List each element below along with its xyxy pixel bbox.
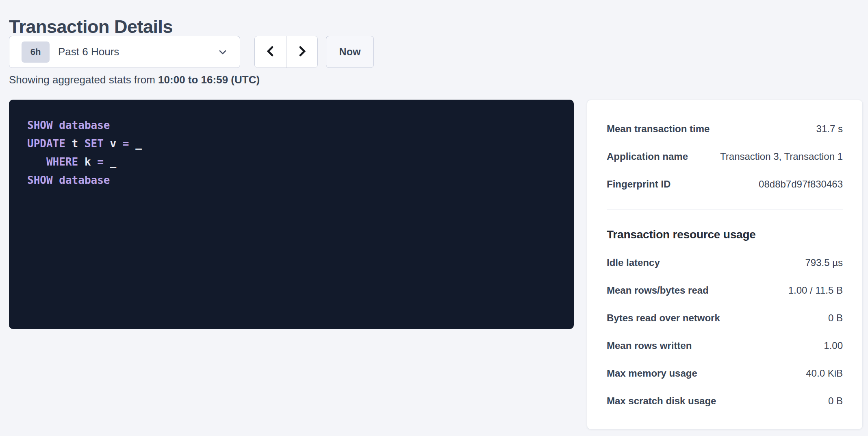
sql-token: t: [65, 137, 85, 150]
sql-token: SHOW: [27, 119, 53, 131]
summary-row: Fingerprint ID08d8b7d97f830463: [607, 170, 843, 198]
sql-line: SHOW database: [27, 171, 556, 190]
summary-row-value: 31.7 s: [816, 123, 843, 135]
sql-token: SET: [85, 137, 104, 150]
sql-line: SHOW database: [27, 116, 556, 135]
summary-row-value: 40.0 KiB: [806, 368, 843, 379]
sql-token: =: [97, 156, 104, 168]
sql-token: [27, 156, 46, 168]
resource-usage-rows: Idle latency793.5 µsMean rows/bytes read…: [607, 249, 843, 415]
transaction-summary-card: Mean transaction time31.7 sApplication n…: [587, 100, 863, 429]
time-range-label: Past 6 Hours: [58, 46, 217, 58]
transaction-sql-fingerprint-box: SHOW databaseUPDATE t SET v = _ WHERE k …: [9, 100, 574, 329]
now-button[interactable]: Now: [326, 36, 374, 68]
sql-token: [53, 119, 59, 131]
next-time-button[interactable]: [286, 36, 317, 68]
summary-row-label: Bytes read over network: [607, 312, 720, 324]
summary-row-label: Idle latency: [607, 257, 660, 268]
transaction-details-page: Transaction Details 6h Past 6 Hours: [0, 0, 868, 436]
summary-row: Mean rows written1.00: [607, 332, 843, 360]
time-nav-group: [254, 36, 318, 68]
chevron-down-icon: [217, 46, 228, 58]
summary-row-value: 1.00: [824, 340, 843, 351]
card-divider: [607, 209, 843, 209]
summary-row-value: 0 B: [828, 395, 843, 407]
sql-token: _: [104, 156, 116, 168]
prev-time-button[interactable]: [255, 36, 286, 68]
summary-row-value: 0 B: [828, 312, 843, 324]
summary-row: Mean transaction time31.7 s: [607, 115, 843, 143]
resource-usage-heading: Transaction resource usage: [607, 227, 843, 242]
summary-row-label: Fingerprint ID: [607, 179, 671, 190]
summary-row-label: Mean rows written: [607, 340, 692, 351]
sql-token: UPDATE: [27, 137, 65, 150]
sql-token: WHERE: [46, 156, 78, 168]
sql-line: UPDATE t SET v = _: [27, 135, 556, 153]
summary-row: Max scratch disk usage0 B: [607, 387, 843, 415]
chevron-right-icon: [296, 44, 308, 59]
summary-row: Bytes read over network0 B: [607, 304, 843, 332]
summary-row-label: Max memory usage: [607, 368, 697, 379]
sql-token: _: [129, 137, 141, 150]
summary-row: Application nameTransaction 3, Transacti…: [607, 143, 843, 170]
chevron-left-icon: [265, 44, 277, 59]
sql-token: v: [104, 137, 123, 150]
summary-top-rows: Mean transaction time31.7 sApplication n…: [607, 115, 843, 198]
summary-row: Idle latency793.5 µs: [607, 249, 843, 277]
summary-row-value: 793.5 µs: [805, 257, 843, 268]
summary-row: Mean rows/bytes read1.00 / 11.5 B: [607, 277, 843, 304]
summary-row-label: Mean transaction time: [607, 123, 710, 135]
summary-row-label: Max scratch disk usage: [607, 395, 716, 407]
summary-row-label: Mean rows/bytes read: [607, 285, 709, 296]
aggregation-range-text: Showing aggregated stats from 10:00 to 1…: [9, 74, 260, 86]
sql-token: database: [59, 174, 110, 186]
page-title: Transaction Details: [9, 16, 173, 37]
sql-token: =: [123, 137, 129, 150]
sql-token: k: [78, 156, 97, 168]
summary-row-value: 1.00 / 11.5 B: [788, 285, 843, 296]
aggregation-range-prefix: Showing aggregated stats from: [9, 74, 158, 86]
sql-token: SHOW: [27, 174, 53, 186]
sql-token: [53, 174, 59, 186]
sql-line: WHERE k = _: [27, 153, 556, 171]
sql-token: database: [59, 119, 110, 131]
summary-row: Max memory usage40.0 KiB: [607, 360, 843, 387]
summary-row-value: 08d8b7d97f830463: [759, 179, 843, 190]
summary-row-value: Transaction 3, Transaction 1: [720, 151, 843, 162]
aggregation-range-bold: 10:00 to 16:59 (UTC): [158, 74, 260, 86]
time-range-picker[interactable]: 6h Past 6 Hours: [9, 36, 240, 68]
time-controls: 6h Past 6 Hours: [9, 36, 374, 68]
time-range-badge: 6h: [22, 41, 50, 63]
summary-row-label: Application name: [607, 151, 688, 162]
